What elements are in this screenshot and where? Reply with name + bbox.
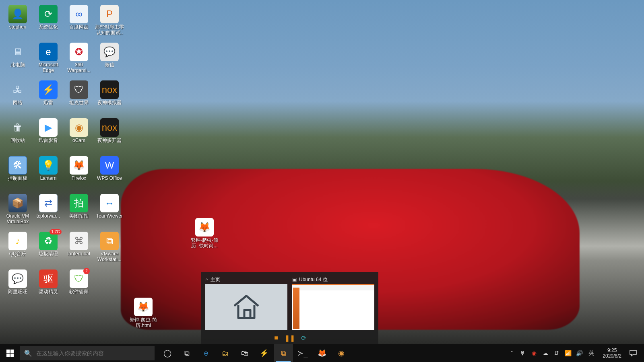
desktop-icon-美图拍拍[interactable]: 拍美图拍拍 bbox=[64, 192, 94, 230]
app-icon: 🦊 bbox=[70, 156, 88, 175]
preview-thumb-home[interactable]: ⌂ 主页 bbox=[205, 275, 287, 330]
tray-wifi[interactable]: 📶 bbox=[563, 344, 573, 362]
desktop-icon-迅雷[interactable]: ⚡迅雷 bbox=[33, 79, 64, 117]
desktop-icon-那些对爬虫零 认知的面试..[interactable]: P那些对爬虫零 认知的面试.. bbox=[94, 3, 125, 41]
cortana-icon: ◯ bbox=[163, 349, 171, 358]
app-icon: 💬 bbox=[8, 269, 27, 288]
app-icon: 🛡 bbox=[70, 80, 88, 99]
desktop-icon-VMware Workstati...[interactable]: ⧉VMware Workstati... bbox=[94, 230, 125, 268]
icon-label: 控制面板 bbox=[8, 175, 27, 181]
desktop-icon-软件管家[interactable]: 🛡软件管家 bbox=[64, 268, 94, 306]
search-icon: 🔍 bbox=[20, 350, 36, 357]
desktop-icon-微信[interactable]: 💬微信 bbox=[94, 41, 125, 79]
desktop-icon-TeamViewer[interactable]: ↔TeamViewer bbox=[94, 192, 125, 230]
desktop-icon-百度网盘[interactable]: ∞百度网盘 bbox=[64, 3, 94, 41]
desktop-icon-郭钟-爬虫-简历 -快时尚...[interactable]: 🦊郭钟-爬虫-简历 -快时尚... bbox=[189, 216, 220, 254]
icon-label: QQ音乐 bbox=[9, 251, 27, 257]
taskbar-ms-store[interactable]: 🛍 bbox=[235, 344, 254, 362]
tray-onedrive[interactable]: ☁ bbox=[541, 344, 550, 362]
app-icon: ↔ bbox=[100, 194, 119, 212]
search-box[interactable]: 🔍 bbox=[20, 346, 155, 360]
icon-label: 坦克世界 bbox=[69, 100, 89, 105]
taskbar-preview-vmware: ⌂ 主页 ▣ Ubuntu 64 位 ■ ❚❚ ⟳ bbox=[201, 272, 378, 344]
task-view-icon: ⧉ bbox=[184, 349, 190, 358]
start-button[interactable] bbox=[0, 344, 20, 362]
preview-image bbox=[205, 284, 287, 330]
desktop-icon-垃圾清理[interactable]: ♻垃圾清理 bbox=[33, 230, 64, 268]
taskbar: 🔍 ◯⧉e🗂🛍⚡⧉≻_🦊◉ ˄🎙◉☁⇵📶🔊 英 9:25 2020/8/2 bbox=[0, 344, 644, 362]
icon-label: tcpforwar... bbox=[37, 213, 60, 219]
app-icon: nox bbox=[100, 118, 119, 137]
desktop-icon-夜神多开器[interactable]: nox夜神多开器 bbox=[94, 117, 125, 154]
ime-indicator[interactable]: 英 bbox=[586, 344, 596, 362]
app-icon: P bbox=[100, 5, 119, 23]
taskbar-vmware[interactable]: ⧉ bbox=[274, 344, 293, 362]
app-icon: ⇄ bbox=[39, 194, 58, 212]
desktop-icon-控制面板[interactable]: 🛠控制面板 bbox=[2, 154, 33, 192]
desktop-icon-Lantern[interactable]: 💡Lantern bbox=[33, 154, 64, 192]
icon-label: 微信 bbox=[105, 62, 114, 68]
desktop-icon-QQ音乐[interactable]: ♪QQ音乐 bbox=[2, 230, 33, 268]
app-icon: 🦊 bbox=[134, 298, 153, 316]
desktop-icon-郭钟-爬虫-简历.html[interactable]: 🦊郭钟-爬虫-简历.html bbox=[128, 296, 159, 334]
app-icon: 拍 bbox=[70, 194, 88, 212]
tray-network[interactable]: ⇵ bbox=[552, 344, 561, 362]
desktop-icon-网络[interactable]: 🖧网络 bbox=[2, 79, 33, 117]
taskbar-xunlei[interactable]: ⚡ bbox=[254, 344, 274, 362]
desktop-icon-Oracle VM VirtualBox[interactable]: 📦Oracle VM VirtualBox bbox=[2, 192, 33, 230]
app-icon: e bbox=[39, 43, 58, 61]
taskbar-clock[interactable]: 9:25 2020/8/2 bbox=[599, 348, 625, 359]
svg-rect-3 bbox=[10, 354, 14, 357]
taskbar-ocam[interactable]: ◉ bbox=[332, 344, 351, 362]
tray-chevron-up[interactable]: ˄ bbox=[507, 344, 516, 362]
desktop-icon-WPS Office[interactable]: WWPS Office bbox=[94, 154, 125, 192]
app-icon: ▶ bbox=[39, 118, 58, 137]
icon-label: 郭钟-爬虫-简历 -快时尚... bbox=[190, 237, 219, 249]
icon-label: 此电脑 bbox=[10, 62, 25, 68]
desktop-icon-夜神模拟器[interactable]: nox夜神模拟器 bbox=[94, 79, 125, 117]
pause-icon[interactable]: ❚❚ bbox=[287, 335, 293, 341]
home-icon: ⌂ bbox=[205, 277, 208, 282]
taskbar-firefox[interactable]: 🦊 bbox=[312, 344, 332, 362]
desktop-icon-Microsoft Edge[interactable]: eMicrosoft Edge bbox=[33, 41, 64, 79]
icon-label: TeamViewer bbox=[96, 213, 123, 219]
taskbar-terminal[interactable]: ≻_ bbox=[293, 344, 312, 362]
tray-volume[interactable]: 🔊 bbox=[574, 344, 584, 362]
app-icon: ♪ bbox=[8, 232, 27, 250]
tray-mic[interactable]: 🎙 bbox=[518, 344, 528, 362]
clock-date: 2020/8/2 bbox=[603, 353, 621, 359]
app-icon: ⌘ bbox=[70, 232, 88, 250]
show-desktop-button[interactable] bbox=[641, 344, 644, 362]
app-icon: ♻ bbox=[39, 232, 58, 250]
desktop-icon-stephen[interactable]: 👤stephen bbox=[2, 3, 33, 41]
search-input[interactable] bbox=[36, 350, 155, 356]
desktop-icon-此电脑[interactable]: 🖥此电脑 bbox=[2, 41, 33, 79]
svg-rect-1 bbox=[10, 350, 14, 353]
taskbar-edge[interactable]: e bbox=[196, 344, 216, 362]
taskbar-task-view[interactable]: ⧉ bbox=[177, 344, 196, 362]
icon-label: 迅雷 bbox=[43, 100, 53, 105]
desktop-icon-迅雷影音[interactable]: ▶迅雷影音 bbox=[33, 117, 64, 154]
desktop-icon-oCam[interactable]: ◉oCam bbox=[64, 117, 94, 154]
desktop-icon-360 Wargami...[interactable]: ✪360 Wargami... bbox=[64, 41, 94, 79]
stop-icon[interactable]: ■ bbox=[273, 335, 279, 341]
app-icon: 💡 bbox=[39, 156, 58, 175]
desktop-icon-回收站[interactable]: 🗑回收站 bbox=[2, 117, 33, 154]
xunlei-icon: ⚡ bbox=[260, 349, 268, 358]
desktop-icon-lantern.bat[interactable]: ⌘lantern.bat bbox=[64, 230, 94, 268]
desktop-icon-Firefox[interactable]: 🦊Firefox bbox=[64, 154, 94, 192]
taskbar-cortana[interactable]: ◯ bbox=[158, 344, 177, 362]
app-icon: 🦊 bbox=[195, 218, 214, 237]
desktop-icon-阿里旺旺[interactable]: 💬阿里旺旺 bbox=[2, 268, 33, 306]
desktop-icon-tcpforwar...[interactable]: ⇄tcpforwar... bbox=[33, 192, 64, 230]
desktop: 👤stephen🖥此电脑🖧网络🗑回收站🛠控制面板📦Oracle VM Virtu… bbox=[0, 0, 644, 362]
tray-record[interactable]: ◉ bbox=[529, 344, 539, 362]
refresh-icon[interactable]: ⟳ bbox=[300, 335, 307, 341]
icon-label: 驱动精灵 bbox=[39, 289, 58, 294]
desktop-icon-驱动精灵[interactable]: 驱驱动精灵 bbox=[33, 268, 64, 306]
action-center[interactable] bbox=[625, 350, 641, 356]
taskbar-file-explorer[interactable]: 🗂 bbox=[216, 344, 235, 362]
desktop-icon-坦克世界[interactable]: 🛡坦克世界 bbox=[64, 79, 94, 117]
desktop-icon-系统优化[interactable]: ⟳系统优化 bbox=[33, 3, 64, 41]
preview-thumb-ubuntu[interactable]: ▣ Ubuntu 64 位 bbox=[292, 275, 374, 330]
